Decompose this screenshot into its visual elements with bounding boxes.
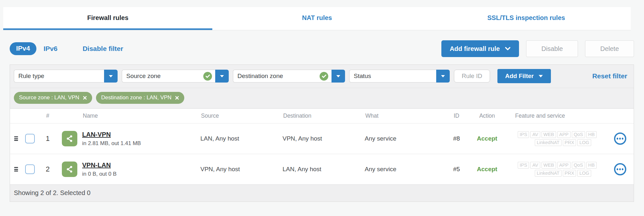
ipv6-toggle[interactable]: IPv6: [43, 45, 57, 53]
source-zone-dropdown-label: Source zone: [126, 73, 161, 80]
row-menu-ellipsis-icon[interactable]: [614, 163, 626, 175]
header-destination: Destination: [283, 113, 365, 119]
chevron-down-icon: [538, 74, 543, 78]
remove-filter-icon[interactable]: [83, 96, 87, 100]
cell-rule-id: #5: [447, 166, 466, 173]
feature-badge: LinkedNAT: [535, 139, 562, 146]
add-firewall-rule-button[interactable]: Add firewall rule: [441, 40, 519, 57]
filter-chip-source-zone: Source zone : LAN, VPN: [14, 92, 92, 104]
filter-active-check-icon: [203, 72, 212, 81]
feature-badge: APP: [557, 162, 571, 169]
chevron-down-icon: [505, 47, 511, 51]
header-id: ID: [447, 113, 466, 119]
feature-badge: PRX: [563, 170, 576, 177]
destination-zone-dropdown-button[interactable]: [332, 70, 345, 83]
toolbar: IPv4 IPv6 Disable filter Add firewall ru…: [10, 40, 634, 57]
feature-badges: IPS AV WEB APP QoS HB LinkedNAT PRX LOG: [508, 131, 606, 146]
drag-handle-icon[interactable]: [14, 167, 18, 172]
cell-rule-id: #8: [447, 135, 466, 142]
remove-filter-icon[interactable]: [175, 96, 179, 100]
feature-badge: APP: [557, 131, 571, 138]
row-checkbox[interactable]: [25, 134, 35, 143]
feature-badge: HB: [586, 131, 597, 138]
chevron-down-icon: [109, 75, 113, 78]
status-dropdown-button[interactable]: [436, 70, 450, 83]
rule-share-icon[interactable]: [62, 162, 77, 177]
active-filter-chips: Source zone : LAN, VPN Destination zone …: [10, 88, 634, 109]
rule-traffic: in 0 B, out 0 B: [82, 171, 200, 177]
header-source: Source: [200, 113, 283, 119]
feature-badge: HB: [586, 162, 597, 169]
tab-bar: Firewall rules NAT rules SSL/TLS inspect…: [3, 7, 631, 30]
destination-zone-dropdown[interactable]: Destination zone: [233, 70, 345, 83]
rules-panel: Rule type Source zone Destination zone: [10, 64, 634, 202]
filter-chip-label: Destination zone : LAN, VPN: [101, 94, 171, 101]
chevron-down-icon: [220, 75, 224, 78]
rule-share-icon[interactable]: [62, 131, 77, 146]
drag-handle-icon[interactable]: [14, 136, 18, 141]
feature-badge: IPS: [518, 162, 529, 169]
cell-source: VPN, Any host: [200, 166, 283, 173]
feature-badge: LOG: [577, 170, 591, 177]
rule-type-dropdown-button[interactable]: [104, 70, 118, 83]
rule-traffic: in 2.81 MB, out 1.41 MB: [82, 140, 200, 147]
header-feature-and-service: Feature and service: [508, 113, 606, 119]
feature-badge: AV: [530, 131, 540, 138]
feature-badge: QoS: [572, 162, 585, 169]
row-number: 2: [38, 165, 57, 173]
row-checkbox[interactable]: [25, 164, 35, 174]
add-firewall-rule-label: Add firewall rule: [450, 45, 500, 53]
header-action: Action: [466, 113, 508, 119]
feature-badge: WEB: [542, 131, 556, 138]
feature-badge: WEB: [542, 162, 556, 169]
filter-chip-destination-zone: Destination zone : LAN, VPN: [96, 92, 184, 104]
rule-name-link[interactable]: VPN-LAN: [82, 161, 111, 169]
cell-action: Accept: [466, 166, 508, 173]
tab-nat-rules[interactable]: NAT rules: [212, 7, 421, 30]
cell-what: Any service: [365, 166, 447, 173]
delete-button[interactable]: Delete: [585, 40, 634, 57]
tab-firewall-rules[interactable]: Firewall rules: [3, 7, 212, 30]
add-filter-button[interactable]: Add Filter: [497, 69, 551, 83]
cell-destination: VPN, Any host: [283, 135, 365, 142]
feature-badge: LOG: [577, 139, 591, 146]
feature-badge: PRX: [563, 139, 576, 146]
rule-id-input[interactable]: [454, 70, 490, 83]
table-header-row: # Name Source Destination What ID Action…: [10, 109, 634, 123]
status-dropdown[interactable]: Status: [349, 70, 450, 83]
rule-name-link[interactable]: LAN-VPN: [82, 131, 111, 139]
row-number: 1: [38, 134, 57, 143]
disable-button[interactable]: Disable: [526, 40, 578, 57]
feature-badge: LinkedNAT: [535, 170, 562, 177]
add-filter-label: Add Filter: [505, 73, 534, 80]
chevron-down-icon: [441, 75, 445, 78]
source-zone-dropdown[interactable]: Source zone: [122, 70, 229, 83]
chevron-down-icon: [336, 75, 341, 78]
row-menu-ellipsis-icon[interactable]: [614, 133, 626, 145]
cell-what: Any service: [365, 135, 447, 142]
destination-zone-dropdown-label: Destination zone: [237, 73, 283, 80]
cell-destination: LAN, Any host: [283, 166, 365, 173]
header-number: #: [38, 113, 57, 119]
cell-source: LAN, Any host: [200, 135, 283, 142]
filter-chip-label: Source zone : LAN, VPN: [19, 94, 79, 101]
rule-type-dropdown-label: Rule type: [18, 73, 44, 80]
feature-badge: AV: [530, 162, 540, 169]
tab-ssl-tls-inspection-rules[interactable]: SSL/TLS inspection rules: [422, 7, 631, 30]
ipv4-toggle[interactable]: IPv4: [10, 42, 36, 55]
header-name: Name: [82, 113, 200, 119]
feature-badge: IPS: [518, 131, 529, 138]
status-dropdown-label: Status: [354, 73, 371, 80]
filter-active-check-icon: [320, 72, 328, 81]
feature-badge: QoS: [572, 131, 585, 138]
disable-filter-link[interactable]: Disable filter: [82, 45, 123, 53]
table-footer-status: Showing 2 of 2. Selected 0: [10, 184, 634, 201]
reset-filter-link[interactable]: Reset filter: [592, 72, 627, 80]
cell-action: Accept: [466, 135, 508, 142]
source-zone-dropdown-button[interactable]: [215, 70, 229, 83]
table-row: 1 LAN-VPN in 2.81 MB, out 1.41 MB LAN, A…: [10, 123, 634, 154]
feature-badges: IPS AV WEB APP QoS HB LinkedNAT PRX LOG: [508, 162, 606, 177]
rule-type-dropdown[interactable]: Rule type: [14, 70, 118, 83]
table-row: 2 VPN-LAN in 0 B, out 0 B VPN, Any host …: [10, 154, 634, 184]
header-what: What: [365, 113, 447, 119]
